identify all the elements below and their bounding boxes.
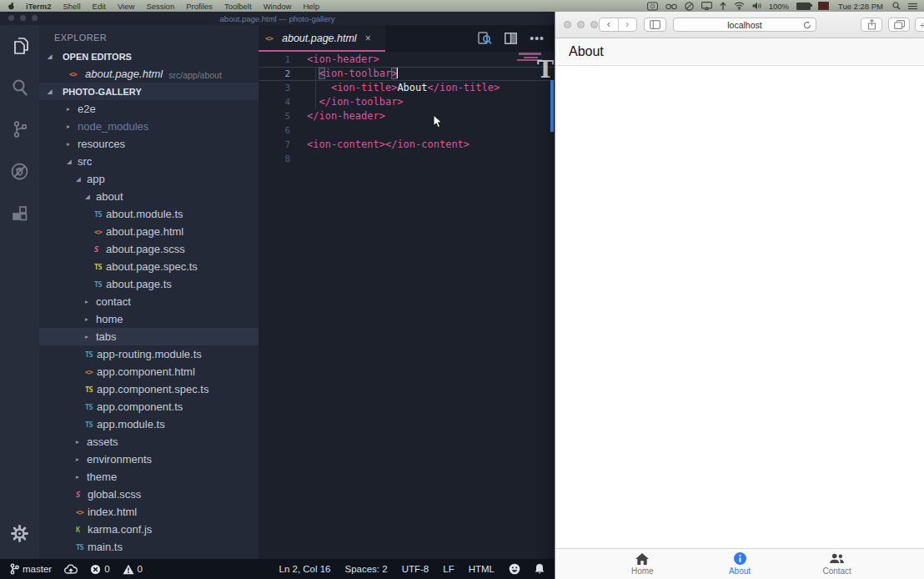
code-line[interactable]: 8 xyxy=(259,152,555,166)
split-editor-icon[interactable] xyxy=(505,33,517,44)
new-tab-button[interactable]: + xyxy=(915,18,924,32)
project-section-header[interactable]: ◢ PHOTO-GALLERY xyxy=(39,83,259,100)
code-line[interactable]: 3 <ion-title>About</ion-title> xyxy=(259,81,555,95)
settings-gear-icon[interactable] xyxy=(0,512,39,554)
encoding-indicator[interactable]: UTF-8 xyxy=(402,564,429,574)
open-preview-icon[interactable] xyxy=(478,32,492,45)
file-about.page.html[interactable]: <>about.page.html xyxy=(39,223,259,240)
menu-clock[interactable]: Tue 2:28 PM xyxy=(836,2,885,11)
file-index.html[interactable]: <>index.html xyxy=(39,503,259,521)
open-editors-section-header[interactable]: ◢ OPEN EDITORS xyxy=(39,48,259,65)
screen-record-icon[interactable] xyxy=(647,2,658,11)
tab-about-page-html[interactable]: <> about.page.html × xyxy=(259,25,385,52)
notifications-bell-icon[interactable] xyxy=(535,563,545,575)
upload-arrow-icon[interactable] xyxy=(720,2,726,11)
indentation-indicator[interactable]: Spaces: 2 xyxy=(345,564,388,574)
extensions-icon[interactable] xyxy=(0,192,39,234)
folder-assets[interactable]: ▸assets xyxy=(39,433,259,451)
folder-resources[interactable]: ▸resources xyxy=(39,135,259,153)
folder-contact[interactable]: ▸contact xyxy=(39,293,259,310)
warnings-indicator[interactable]: 0 xyxy=(123,564,143,575)
more-actions-icon[interactable]: ••• xyxy=(530,32,545,45)
back-button[interactable]: ‹ xyxy=(600,18,618,31)
file-about.page.scss[interactable]: Sabout.page.scss xyxy=(39,240,259,258)
sidebar-toggle-button[interactable] xyxy=(644,18,666,32)
minimap[interactable] xyxy=(519,53,541,55)
language-mode-indicator[interactable]: HTML xyxy=(469,564,495,574)
tab-home[interactable]: Home xyxy=(594,549,691,579)
folder-home[interactable]: ▸home xyxy=(39,310,259,328)
code-line[interactable]: 2 <ion-toolbar> xyxy=(259,67,555,81)
open-editor-item[interactable]: <> about.page.html src/app/about xyxy=(39,65,259,83)
sync-publish-button[interactable] xyxy=(64,564,78,575)
close-tab-icon[interactable]: × xyxy=(365,33,371,44)
eol-indicator[interactable]: LF xyxy=(443,564,454,574)
minimap[interactable] xyxy=(524,57,538,58)
menu-toolbelt[interactable]: Toolbelt xyxy=(218,2,258,11)
zoom-window-button[interactable] xyxy=(590,21,598,28)
display-icon[interactable] xyxy=(701,2,712,10)
file-about.page.spec.ts[interactable]: TSabout.page.spec.ts xyxy=(39,258,259,275)
file-global.scss[interactable]: Sglobal.scss xyxy=(39,486,259,503)
input-language-flag-icon[interactable] xyxy=(818,2,829,10)
code-line[interactable]: 7<ion-content></ion-content> xyxy=(259,138,555,152)
address-bar[interactable]: localhost xyxy=(673,18,816,32)
cursor-position-indicator[interactable]: Ln 2, Col 16 xyxy=(279,564,331,574)
code-editor[interactable]: 1<ion-header>2 <ion-toolbar>3 <ion-title… xyxy=(259,52,555,560)
zoom-window-button[interactable] xyxy=(32,15,38,21)
tab-about[interactable]: About xyxy=(691,549,789,579)
file-about.module.ts[interactable]: TSabout.module.ts xyxy=(39,205,259,223)
wifi-icon[interactable] xyxy=(734,2,745,10)
folder-node_modules[interactable]: ▸node_modules xyxy=(39,118,259,135)
vscode-titlebar[interactable]: about.page.html — photo-gallery xyxy=(0,12,555,25)
menu-help[interactable]: Help xyxy=(297,2,325,11)
errors-indicator[interactable]: 0 xyxy=(90,564,109,575)
files-icon[interactable] xyxy=(0,25,39,67)
apple-menu-icon[interactable] xyxy=(0,2,20,11)
debug-icon[interactable] xyxy=(0,150,39,192)
minimize-window-button[interactable] xyxy=(577,21,585,28)
folder-theme[interactable]: ▸theme xyxy=(39,468,259,486)
tab-overview-button[interactable] xyxy=(888,18,910,32)
file-about.page.ts[interactable]: TSabout.page.ts xyxy=(39,275,259,293)
menu-edit[interactable]: Edit xyxy=(87,2,112,11)
notification-center-icon[interactable] xyxy=(908,3,917,10)
source-control-icon[interactable] xyxy=(0,108,39,150)
minimize-window-button[interactable] xyxy=(20,15,26,21)
code-line[interactable]: 4 </ion-toolbar> xyxy=(259,95,555,109)
file-app.component.html[interactable]: <>app.component.html xyxy=(39,363,259,380)
menu-session[interactable]: Session xyxy=(140,2,180,11)
folder-e2e[interactable]: ▸e2e xyxy=(39,100,259,118)
menu-shell[interactable]: Shell xyxy=(57,2,86,11)
forward-button[interactable]: › xyxy=(618,18,637,31)
file-app-routing.module.ts[interactable]: TSapp-routing.module.ts xyxy=(39,345,259,363)
share-button[interactable] xyxy=(861,18,882,32)
git-branch-indicator[interactable]: master xyxy=(10,563,52,575)
spectacles-icon[interactable] xyxy=(665,3,677,10)
slash-circle-icon[interactable] xyxy=(685,2,694,11)
file-main.ts[interactable]: TSmain.ts xyxy=(39,538,259,556)
code-line[interactable]: 1<ion-header> xyxy=(259,53,555,67)
volume-icon[interactable] xyxy=(752,2,761,10)
feedback-smiley-icon[interactable] xyxy=(509,563,520,575)
close-window-button[interactable] xyxy=(564,21,571,28)
file-app.module.ts[interactable]: TSapp.module.ts xyxy=(39,415,259,433)
close-window-button[interactable] xyxy=(8,15,14,21)
folder-tabs[interactable]: ▸tabs xyxy=(39,328,259,345)
menu-profiles[interactable]: Profiles xyxy=(180,2,218,11)
tab-contact[interactable]: Contact xyxy=(788,549,886,579)
folder-environments[interactable]: ▸environments xyxy=(39,451,259,468)
spotlight-icon[interactable] xyxy=(892,2,901,10)
file-app.component.spec.ts[interactable]: TSapp.component.spec.ts xyxy=(39,380,259,398)
menu-view[interactable]: View xyxy=(112,2,140,11)
folder-src[interactable]: ◢src xyxy=(39,153,259,170)
code-line[interactable]: 5</ion-header> xyxy=(259,109,555,123)
folder-about[interactable]: ◢about xyxy=(39,188,259,205)
menu-window[interactable]: Window xyxy=(258,2,298,11)
file-app.component.ts[interactable]: TSapp.component.ts xyxy=(39,398,259,415)
search-icon[interactable] xyxy=(0,67,39,108)
file-karma.conf.js[interactable]: Kkarma.conf.js xyxy=(39,521,259,538)
folder-app[interactable]: ◢app xyxy=(39,170,259,188)
code-line[interactable]: 6 xyxy=(259,123,555,138)
reload-icon[interactable] xyxy=(803,21,811,29)
